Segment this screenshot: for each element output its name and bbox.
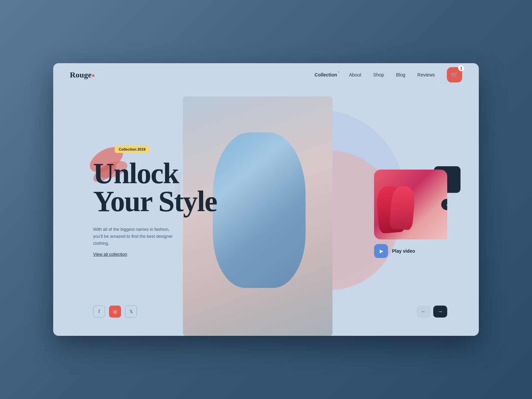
hero-cta[interactable]: View all collection	[93, 251, 127, 257]
twitter-icon: 𝕏	[129, 309, 133, 315]
cart-button[interactable]: 🛒 1	[447, 67, 462, 82]
social-instagram[interactable]: ◎	[109, 306, 121, 318]
view-all-link[interactable]: View all collection	[93, 252, 127, 257]
video-next-button[interactable]: ›	[441, 199, 447, 210]
hero-heading: Unlock Your Style	[93, 160, 217, 215]
collection-badge: Collection 2019	[115, 146, 150, 153]
navbar: Rouge Collection About Shop Blog Reviews…	[53, 63, 479, 86]
facebook-icon: f	[98, 309, 100, 314]
video-card: › Play video	[374, 170, 447, 258]
hero-desc-text: With all of the biggest names in fashion…	[93, 226, 180, 247]
nav-reviews[interactable]: Reviews	[417, 72, 435, 77]
play-video-row: Play video	[374, 244, 447, 258]
browser-window: Rouge Collection About Shop Blog Reviews…	[53, 63, 479, 336]
play-button[interactable]	[374, 244, 388, 258]
play-label: Play video	[392, 248, 415, 254]
logo-text: Rouge	[70, 70, 91, 79]
nav-arrows: ← →	[417, 306, 447, 318]
nav-shop[interactable]: Shop	[373, 72, 384, 77]
nav-about[interactable]: About	[349, 72, 361, 77]
cart-icon: 🛒	[451, 71, 458, 78]
nav-links: Collection About Shop Blog Reviews 🛒 1	[315, 67, 462, 82]
hero-title: Unlock Your Style	[93, 160, 217, 215]
video-thumbnail: ›	[374, 170, 447, 239]
logo: Rouge	[70, 70, 94, 79]
instagram-icon: ◎	[113, 309, 117, 315]
social-twitter[interactable]: 𝕏	[125, 306, 137, 318]
nav-collection[interactable]: Collection	[315, 72, 337, 77]
social-icons: f ◎ 𝕏	[93, 306, 137, 318]
logo-dot	[92, 74, 94, 77]
hero-line1: Unlock	[93, 157, 179, 190]
nav-blog[interactable]: Blog	[396, 72, 405, 77]
hero-line2: Your Style	[93, 185, 217, 217]
next-arrow-button[interactable]: →	[433, 306, 447, 318]
cart-badge: 1	[458, 65, 464, 71]
social-facebook[interactable]: f	[93, 306, 105, 318]
hero-description: With all of the biggest names in fashion…	[93, 226, 180, 247]
prev-arrow-button[interactable]: ←	[417, 306, 431, 318]
